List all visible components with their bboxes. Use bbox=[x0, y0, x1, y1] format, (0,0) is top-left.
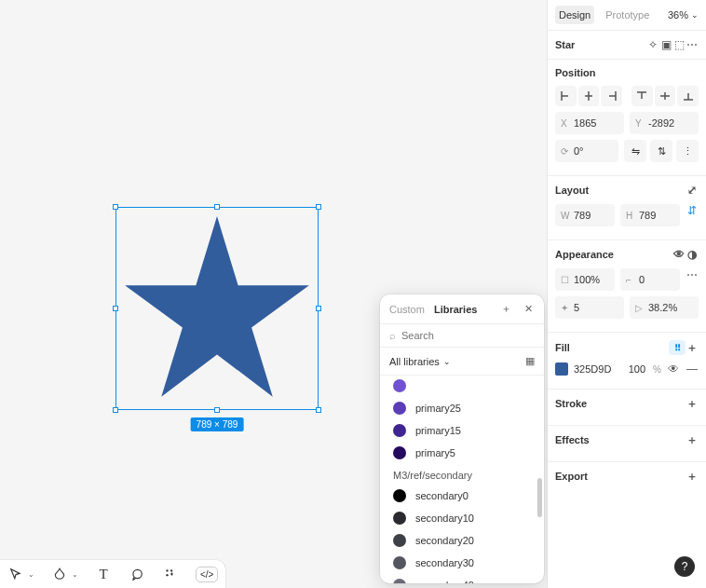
pen-tool-icon[interactable] bbox=[51, 566, 68, 582]
move-tool-icon[interactable] bbox=[7, 566, 24, 582]
actions-tool-icon[interactable] bbox=[162, 566, 179, 582]
auto-layout-icon[interactable]: ⤢ bbox=[686, 184, 699, 197]
flip-horizontal-icon[interactable]: ⇋ bbox=[624, 140, 646, 162]
rotation-value: 0° bbox=[574, 145, 584, 157]
resize-handle-lc[interactable] bbox=[113, 306, 118, 311]
fill-libraries-icon[interactable]: ⠿ bbox=[669, 340, 686, 355]
more-transform-icon[interactable]: ⋮ bbox=[676, 140, 699, 162]
scrollbar-thumb[interactable] bbox=[537, 478, 542, 517]
align-top-icon[interactable] bbox=[631, 86, 653, 106]
align-hcenter-icon[interactable] bbox=[578, 86, 600, 106]
help-button[interactable]: ? bbox=[674, 556, 695, 577]
zoom-dropdown[interactable]: 36%⌄ bbox=[668, 9, 699, 21]
width-value: 789 bbox=[574, 210, 591, 221]
dev-mode-icon[interactable]: </> bbox=[196, 567, 218, 582]
library-filter-label: All libraries bbox=[389, 356, 440, 367]
visibility-icon[interactable]: 👁 bbox=[672, 248, 686, 261]
resize-handle-bl[interactable] bbox=[113, 407, 118, 413]
color-swatch-icon bbox=[393, 446, 406, 459]
component-icon[interactable]: ⬚ bbox=[672, 38, 686, 51]
position-x-value: 1865 bbox=[574, 117, 596, 129]
height-field[interactable]: H789 bbox=[620, 204, 680, 226]
resize-handle-tr[interactable] bbox=[316, 204, 321, 210]
appearance-more-icon[interactable]: ⋯ bbox=[686, 268, 699, 281]
resize-handle-tl[interactable] bbox=[113, 204, 118, 210]
tab-prototype[interactable]: Prototype bbox=[602, 6, 653, 24]
add-style-icon[interactable]: ＋ bbox=[499, 302, 512, 316]
position-y-field[interactable]: Y-2892 bbox=[630, 112, 699, 134]
link-dimensions-icon[interactable]: ⇵ bbox=[686, 204, 699, 217]
rotation-field[interactable]: ⟳0° bbox=[555, 140, 618, 162]
color-list-item[interactable]: primary15 bbox=[380, 419, 544, 442]
resize-handle-br[interactable] bbox=[316, 407, 321, 413]
opacity-value: 100% bbox=[574, 274, 600, 285]
width-field[interactable]: W789 bbox=[555, 204, 615, 226]
resize-handle-rc[interactable] bbox=[316, 306, 321, 311]
color-list-item[interactable]: secondary0 bbox=[380, 485, 544, 507]
color-item-label: primary15 bbox=[415, 425, 461, 436]
star-points-field[interactable]: ✦5 bbox=[555, 296, 624, 319]
color-list-item[interactable]: primary5 bbox=[380, 442, 544, 464]
corner-radius-field[interactable]: ⌐0 bbox=[620, 268, 680, 291]
add-fill-icon[interactable]: ＋ bbox=[686, 341, 699, 354]
opacity-field[interactable]: ☐100% bbox=[555, 268, 615, 291]
remove-fill-icon[interactable]: — bbox=[686, 362, 699, 376]
color-list-item[interactable]: x bbox=[380, 379, 544, 397]
more-icon[interactable]: ⋯ bbox=[686, 38, 699, 51]
star-ratio-field[interactable]: ▷38.2% bbox=[630, 296, 699, 319]
align-left-icon[interactable] bbox=[555, 86, 577, 106]
fill-swatch[interactable] bbox=[555, 362, 568, 376]
resize-handle-bc[interactable] bbox=[214, 407, 220, 413]
color-item-label: primary5 bbox=[415, 447, 455, 458]
layer-name[interactable]: Star bbox=[555, 39, 646, 50]
add-stroke-icon[interactable]: ＋ bbox=[686, 397, 699, 410]
tab-design[interactable]: Design bbox=[555, 6, 594, 24]
resize-handle-tc[interactable] bbox=[214, 204, 220, 210]
pen-tool-chevron-icon[interactable]: ⌄ bbox=[72, 570, 78, 579]
search-input[interactable] bbox=[401, 330, 535, 341]
move-tool-chevron-icon[interactable]: ⌄ bbox=[28, 570, 34, 579]
ratio-value: 38.2% bbox=[648, 302, 677, 313]
library-filter[interactable]: All libraries ⌄ ▦ bbox=[380, 348, 544, 376]
color-list-item[interactable]: secondary30 bbox=[380, 552, 544, 574]
color-item-label: secondary20 bbox=[415, 535, 474, 546]
color-list-item[interactable]: primary25 bbox=[380, 397, 544, 419]
color-swatch-icon bbox=[393, 534, 406, 547]
color-list-item[interactable]: secondary10 bbox=[380, 507, 544, 529]
frame-selection-icon[interactable]: ▣ bbox=[659, 38, 672, 51]
align-right-icon[interactable] bbox=[601, 86, 622, 106]
color-item-label: secondary0 bbox=[415, 490, 468, 501]
color-list-item[interactable]: secondary20 bbox=[380, 529, 544, 552]
popup-tab-libraries[interactable]: Libraries bbox=[434, 304, 477, 315]
align-vcenter-icon[interactable] bbox=[655, 86, 676, 106]
selection-frame[interactable]: 789 × 789 bbox=[115, 207, 319, 410]
grid-view-icon[interactable]: ▦ bbox=[525, 355, 535, 367]
position-x-field[interactable]: X1865 bbox=[555, 112, 624, 134]
chevron-down-icon: ⌄ bbox=[443, 357, 451, 366]
add-export-icon[interactable]: ＋ bbox=[686, 470, 699, 483]
section-title-effects: Effects bbox=[555, 434, 590, 445]
color-list[interactable]: x primary25 primary15 primary5 M3/ref/se… bbox=[380, 376, 544, 583]
fill-opacity-value[interactable]: 100 bbox=[629, 363, 645, 375]
points-value: 5 bbox=[574, 302, 579, 313]
blend-icon[interactable]: ◑ bbox=[686, 248, 699, 261]
star-shape[interactable] bbox=[121, 212, 313, 404]
color-list-item[interactable]: secondary40 bbox=[380, 574, 544, 583]
add-effect-icon[interactable]: ＋ bbox=[686, 433, 699, 446]
comment-tool-icon[interactable] bbox=[129, 566, 145, 582]
flip-vertical-icon[interactable]: ⇅ bbox=[650, 140, 672, 162]
color-item-label: primary25 bbox=[415, 403, 461, 414]
text-tool-icon[interactable]: T bbox=[95, 566, 112, 582]
color-group-header: M3/ref/secondary bbox=[380, 464, 544, 485]
export-section: Export＋ bbox=[548, 462, 706, 498]
layout-section: Layout⤢ W789 H789 ⇵ bbox=[548, 176, 706, 240]
align-tidy-icon[interactable]: ✧ bbox=[646, 38, 659, 51]
fill-hex-value[interactable]: 325D9D bbox=[574, 363, 623, 375]
height-value: 789 bbox=[639, 210, 656, 221]
close-popup-icon[interactable]: ✕ bbox=[522, 303, 535, 315]
popup-tab-custom[interactable]: Custom bbox=[389, 304, 425, 315]
svg-point-3 bbox=[166, 574, 168, 576]
color-item-label: secondary30 bbox=[415, 557, 474, 568]
fill-visibility-icon[interactable]: 👁 bbox=[667, 362, 680, 376]
align-bottom-icon[interactable] bbox=[677, 86, 699, 106]
